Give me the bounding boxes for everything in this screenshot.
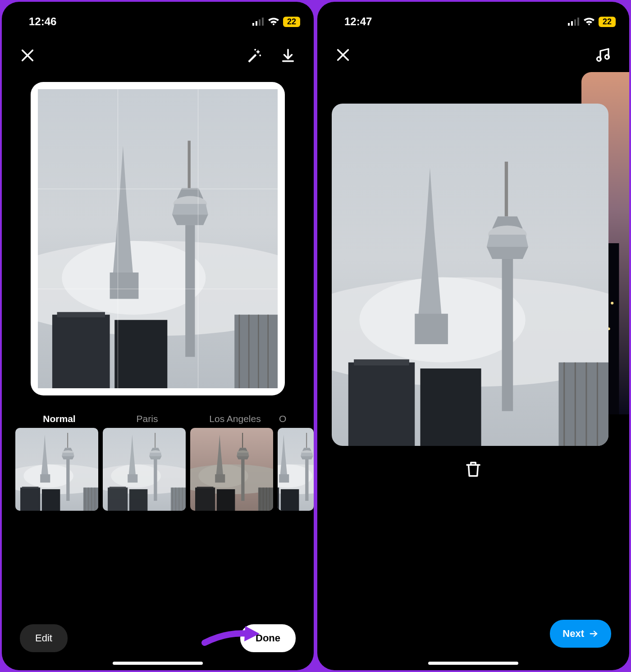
svg-rect-17 [262, 18, 264, 26]
status-bar: 12:46 22 [2, 2, 314, 33]
edit-button[interactable]: Edit [20, 624, 68, 652]
filter-thumbnails[interactable] [2, 428, 314, 511]
filter-label-paris[interactable]: Paris [103, 413, 191, 424]
filter-label-partial[interactable]: O [279, 413, 297, 424]
next-button-label: Next [562, 628, 584, 640]
photo-preview[interactable] [2, 68, 314, 404]
next-button[interactable]: Next [550, 620, 611, 648]
svg-point-36 [605, 55, 609, 59]
svg-point-21 [259, 54, 261, 56]
filter-thumb-normal[interactable] [15, 428, 98, 511]
status-icons: 22 [568, 17, 616, 27]
carousel-main-image[interactable] [332, 104, 608, 446]
carousel[interactable] [317, 68, 629, 620]
top-bar [317, 33, 629, 68]
svg-rect-15 [256, 21, 257, 26]
phone-right: 12:47 22 [317, 2, 629, 670]
svg-rect-31 [574, 19, 576, 26]
svg-rect-14 [252, 23, 254, 26]
battery-indicator: 22 [599, 17, 616, 27]
svg-rect-29 [568, 23, 570, 26]
filter-label-normal[interactable]: Normal [15, 413, 103, 424]
wifi-icon [268, 17, 279, 26]
status-bar: 12:47 22 [317, 2, 629, 33]
magic-wand-icon[interactable] [245, 47, 262, 64]
svg-rect-32 [577, 18, 579, 26]
status-icons: 22 [252, 17, 300, 27]
close-icon[interactable] [20, 48, 35, 63]
top-bar [2, 33, 314, 68]
filter-label-losangeles[interactable]: Los Angeles [191, 413, 279, 424]
home-indicator[interactable] [113, 662, 203, 665]
status-time: 12:47 [344, 15, 372, 28]
svg-point-20 [254, 49, 256, 50]
trash-icon[interactable] [464, 459, 483, 478]
svg-point-43 [611, 302, 613, 304]
svg-rect-16 [259, 19, 261, 26]
cellular-icon [568, 18, 580, 26]
done-button[interactable]: Done [240, 624, 296, 652]
status-time: 12:46 [29, 15, 56, 28]
filter-thumb-paris[interactable] [103, 428, 186, 511]
home-indicator[interactable] [428, 662, 518, 665]
cellular-icon [252, 18, 264, 26]
close-icon[interactable] [335, 47, 351, 63]
battery-indicator: 22 [283, 17, 300, 27]
filter-labels: Normal Paris Los Angeles O [2, 404, 314, 428]
download-icon[interactable] [280, 48, 296, 63]
filter-thumb-losangeles[interactable] [190, 428, 273, 511]
svg-rect-30 [571, 21, 573, 26]
music-icon[interactable] [595, 47, 611, 63]
filter-thumb-partial[interactable] [278, 428, 314, 511]
wifi-icon [583, 17, 595, 26]
bottom-bar: Edit Done [2, 597, 314, 670]
svg-point-35 [597, 57, 601, 61]
phone-left: 12:46 22 [2, 2, 314, 670]
